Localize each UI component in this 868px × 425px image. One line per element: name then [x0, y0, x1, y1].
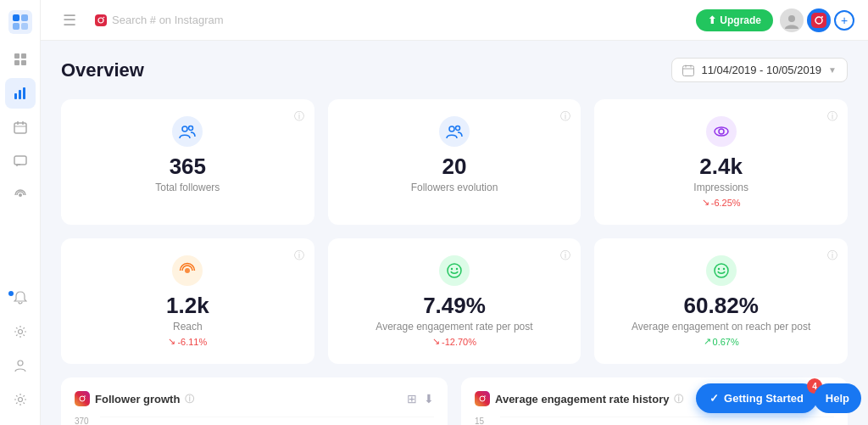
- svg-point-36: [719, 129, 724, 134]
- hamburger-icon[interactable]: ☰: [54, 5, 85, 36]
- svg-point-23: [788, 15, 795, 22]
- total-followers-label: Total followers: [155, 182, 220, 193]
- svg-point-42: [717, 268, 719, 270]
- sidebar-item-calendar[interactable]: [5, 112, 36, 143]
- svg-rect-15: [14, 156, 26, 165]
- svg-point-40: [456, 268, 458, 270]
- info-icon-3[interactable]: ⓘ: [827, 109, 837, 124]
- info-icon-5[interactable]: ⓘ: [560, 249, 570, 263]
- stat-card-impressions: ⓘ 2.4k Impressions ↘ -6.25%: [594, 99, 848, 225]
- followers-icon: [172, 116, 203, 147]
- impressions-icon: [706, 116, 737, 147]
- help-button[interactable]: Help: [814, 383, 861, 413]
- instagram-search-icon: [95, 14, 107, 26]
- help-label: Help: [826, 392, 849, 405]
- stat-card-reach: ⓘ 1.2k Reach ↘ -6.11%: [61, 238, 314, 364]
- svg-point-41: [715, 264, 728, 277]
- engagement-rate-history-body: 15 12.5 7.5: [475, 417, 834, 425]
- engagement-rate-area: [500, 417, 834, 425]
- getting-started-label: Getting Started: [724, 392, 804, 405]
- svg-rect-24: [811, 13, 826, 28]
- info-icon-4[interactable]: ⓘ: [294, 249, 304, 263]
- chart1-actions: ⊞ ⬇: [407, 392, 434, 405]
- svg-point-39: [451, 268, 453, 270]
- search-bar[interactable]: Search # on Instagram: [95, 14, 686, 26]
- svg-point-22: [103, 16, 105, 18]
- down-arrow-icon-3: ↘: [432, 336, 440, 347]
- svg-rect-8: [14, 93, 17, 99]
- engagement-reach-icon: [706, 255, 737, 286]
- impressions-label: Impressions: [693, 182, 748, 193]
- y-axis-labels-2: 15 12.5 7.5: [475, 417, 491, 425]
- sidebar-item-grid[interactable]: [5, 44, 36, 75]
- info-icon-1[interactable]: ⓘ: [294, 109, 304, 124]
- sidebar-item-signals[interactable]: [5, 180, 36, 210]
- content-area: Overview 11/04/2019 - 10/05/2019 ▼ ⓘ: [41, 41, 868, 425]
- svg-point-16: [19, 193, 22, 197]
- svg-rect-11: [14, 123, 26, 133]
- engagement-rate-label: Average engagement rate per post: [376, 321, 532, 333]
- download-icon-chart1[interactable]: ⬇: [424, 392, 434, 405]
- follower-growth-area: [100, 417, 434, 425]
- engagement-rate-title-row: Average engagement rate history ⓘ: [475, 391, 683, 406]
- getting-started-button[interactable]: ✓ Getting Started 4: [696, 383, 817, 413]
- grid-view-icon[interactable]: ⊞: [407, 392, 417, 405]
- svg-rect-20: [95, 14, 107, 26]
- stats-row-2: ⓘ 1.2k Reach ↘ -6.11% ⓘ: [61, 238, 848, 364]
- reach-label: Reach: [173, 321, 203, 333]
- sidebar: [0, 0, 41, 425]
- engagement-icon: [439, 255, 470, 286]
- upgrade-button[interactable]: ⬆ Upgrade: [696, 9, 773, 31]
- svg-point-32: [189, 126, 193, 131]
- sidebar-item-profile[interactable]: [5, 350, 36, 381]
- follower-growth-svg: [100, 417, 434, 425]
- engagement-svg: [500, 417, 834, 425]
- svg-point-33: [449, 126, 454, 131]
- page-header: Overview 11/04/2019 - 10/05/2019 ▼: [61, 58, 848, 82]
- add-account-button[interactable]: +: [834, 10, 854, 31]
- sidebar-item-analytics[interactable]: [5, 78, 36, 109]
- svg-rect-27: [683, 65, 694, 75]
- svg-point-37: [185, 268, 190, 273]
- svg-point-18: [18, 361, 23, 366]
- engagement-reach-label: Average engagement on reach per post: [632, 321, 810, 333]
- svg-point-26: [821, 16, 823, 18]
- avatar-group: +: [780, 8, 854, 32]
- instagram-icon-chart2: [475, 391, 490, 406]
- follower-growth-header: Follower growth ⓘ ⊞ ⬇: [75, 391, 434, 406]
- svg-point-45: [84, 396, 86, 398]
- stats-row-1: ⓘ 365 Total followers ⓘ: [61, 99, 848, 225]
- check-icon: ✓: [709, 392, 719, 405]
- avatar-instagram[interactable]: [807, 8, 831, 32]
- svg-rect-3: [21, 23, 28, 30]
- chart2-info-icon[interactable]: ⓘ: [674, 393, 683, 405]
- sidebar-item-settings[interactable]: [5, 384, 36, 415]
- sidebar-item-messages[interactable]: [5, 146, 36, 176]
- logo[interactable]: [8, 10, 32, 34]
- sidebar-item-notifications[interactable]: [5, 282, 36, 313]
- chevron-down-icon: ▼: [828, 65, 837, 75]
- svg-rect-0: [13, 14, 19, 21]
- instagram-icon-chart1: [75, 391, 90, 406]
- engagement-reach-change: ↗ 0.67%: [704, 336, 739, 347]
- engagement-reach-value: 60.82%: [684, 293, 759, 319]
- date-picker[interactable]: 11/04/2019 - 10/05/2019 ▼: [671, 58, 848, 82]
- svg-point-34: [455, 126, 459, 131]
- svg-point-44: [80, 396, 85, 401]
- svg-rect-5: [21, 53, 26, 59]
- info-icon-2[interactable]: ⓘ: [560, 109, 570, 124]
- avatar-user[interactable]: [780, 8, 804, 32]
- chart1-info-icon[interactable]: ⓘ: [185, 393, 194, 405]
- svg-point-31: [182, 126, 187, 131]
- up-arrow-icon: ↗: [704, 336, 711, 347]
- info-icon-6[interactable]: ⓘ: [827, 249, 837, 263]
- svg-rect-4: [14, 53, 19, 59]
- down-arrow-icon: ↘: [702, 197, 709, 208]
- upgrade-icon: ⬆: [708, 14, 716, 26]
- follower-growth-body: 370 365 360 355: [75, 417, 434, 425]
- engagement-rate-history-title: Average engagement rate history: [495, 393, 669, 405]
- impressions-value: 2.4k: [699, 154, 743, 180]
- calendar-date-icon: [682, 64, 694, 76]
- followers-evolution-value: 20: [442, 154, 467, 180]
- sidebar-item-gear[interactable]: [5, 316, 36, 347]
